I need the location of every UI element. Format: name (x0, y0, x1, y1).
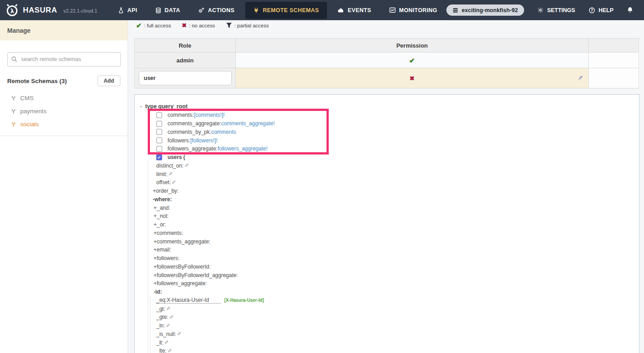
tree-row-_lt[interactable]: _lt:✎ (135, 338, 639, 347)
field-label: +followers: (154, 255, 180, 261)
tree-row-followers[interactable]: +followers: (135, 254, 639, 263)
edit-pencil-icon[interactable]: ✎ (166, 306, 170, 312)
blank-cell (589, 68, 639, 88)
tree-row-_and[interactable]: +_and: (135, 203, 639, 212)
edit-pencil-icon[interactable]: ✎ (168, 171, 172, 177)
tree-row-followersByFollowerId_aggregate[interactable]: +followersByFollowerId_aggregate: (135, 271, 639, 279)
fork-icon (11, 109, 16, 114)
top-navbar: λ HASURA v2.22.1-cloud.1 API DATA ACTION… (0, 0, 644, 20)
collapse-indicator[interactable]: - (140, 103, 142, 110)
tree-row-where[interactable]: -where: (135, 195, 639, 204)
tree-row-_gt[interactable]: _gt:✎ (135, 304, 639, 313)
nav-item-api[interactable]: API (109, 0, 146, 20)
column-header-role: Role (135, 39, 236, 53)
tree-row-followers_aggregate[interactable]: +followers_aggregate: (135, 279, 639, 288)
search-input[interactable] (7, 52, 121, 66)
tree-row-comments[interactable]: comments:[comments!]! (135, 111, 639, 119)
tree-row-offset[interactable]: offset:✎ (135, 178, 639, 187)
sidebar: Manage Remote Schemas (3) Add CMS paymen… (0, 20, 128, 353)
tree-row-distinct_on[interactable]: distinct_on:✎ (135, 162, 639, 170)
edit-pencil-icon[interactable]: ✎ (164, 340, 168, 345)
no-access-cross-icon: ✖ (410, 75, 415, 81)
field-type-ref[interactable]: [comments!]! (194, 112, 225, 118)
field-type-ref[interactable]: followers_aggregate! (217, 146, 267, 152)
field-type-ref[interactable]: [followers!]! (190, 137, 218, 144)
tree-row-email[interactable]: +email: (135, 246, 639, 254)
sidebar-divider (0, 136, 128, 136)
field-checkbox[interactable] (156, 121, 162, 127)
sidebar-item-payments[interactable]: payments (0, 105, 128, 118)
schemas-header: Remote Schemas (3) Add (7, 75, 120, 86)
field-type-ref[interactable]: comments_aggregate! (221, 120, 274, 127)
field-label: comments_aggregate: (168, 120, 221, 127)
project-badge[interactable]: exciting-monkfish-92 (446, 4, 524, 16)
field-checkbox[interactable] (156, 146, 162, 152)
tree-row-_eqXHasuraUserId[interactable]: _eq:X-Hasura-User-Id[X-Hasura-User-Id] (135, 296, 639, 305)
tree-row-_in[interactable]: _in:✎ (135, 322, 639, 330)
edit-pencil-icon[interactable]: ✎ (168, 348, 172, 353)
legend-label: : no access (189, 23, 215, 28)
tree-row-order_by[interactable]: +order_by: (135, 187, 639, 195)
field-label: followers: (168, 137, 190, 144)
nav-item-data[interactable]: DATA (146, 0, 189, 20)
edit-pencil-icon[interactable]: ✎ (172, 180, 176, 185)
tree-row-comments[interactable]: +comments: (135, 229, 639, 238)
field-checkbox[interactable] (156, 112, 162, 118)
edit-pencil-icon[interactable]: ✎ (177, 331, 181, 337)
funnel-icon (226, 22, 232, 28)
tree-row-_not[interactable]: +_not: (135, 212, 639, 221)
schemas-section-title: Remote Schemas (3) (7, 78, 67, 84)
field-checkbox[interactable] (156, 137, 162, 143)
tree-row-followersByFollowerId[interactable]: +followersByFollowerId: (135, 263, 639, 271)
tree-row-_is_null[interactable]: _is_null:✎ (135, 330, 639, 339)
tree-row-comments_aggregate[interactable]: comments_aggregate:comments_aggregate! (135, 119, 639, 128)
nav-item-events[interactable]: EVENTS (329, 0, 380, 20)
svg-text:λ: λ (10, 8, 14, 14)
role-cell-admin: admin (135, 53, 236, 68)
field-checkbox[interactable]: ✓ (156, 154, 162, 160)
nav-item-actions[interactable]: ACTIONS (189, 0, 243, 20)
field-label: +_not: (154, 213, 169, 219)
tree-row-comments_aggregate[interactable]: +comments_aggregate: (135, 237, 639, 246)
permission-cell-user[interactable]: ✖ ✎ (236, 68, 589, 88)
field-type-ref[interactable]: comments (211, 129, 236, 135)
field-label: distinct_on: (156, 163, 184, 169)
tree-row-_gte[interactable]: _gte:✎ (135, 313, 639, 322)
field-checkbox[interactable] (156, 129, 162, 135)
nav-item-remote-schemas[interactable]: REMOTE SCHEMAS (245, 2, 327, 19)
new-role-input[interactable] (139, 71, 232, 85)
permission-cell-admin[interactable]: ✔ (236, 53, 589, 68)
tree-row-limit[interactable]: limit:✎ (135, 170, 639, 178)
svg-text:?: ? (591, 9, 593, 13)
settings-button[interactable]: SETTINGS (538, 7, 575, 13)
tree-row-comments_by_pk[interactable]: comments_by_pk:comments (135, 128, 639, 137)
tree-row-_lte[interactable]: _lte:✎ (135, 347, 639, 353)
help-button[interactable]: ? HELP (589, 7, 613, 13)
sidebar-item-cms[interactable]: CMS (0, 92, 128, 105)
fork-icon (11, 122, 16, 127)
table-row-admin: admin ✔ (135, 53, 640, 68)
tree-row-_or[interactable]: +_or: (135, 221, 639, 229)
edit-pencil-icon[interactable]: ✎ (166, 323, 170, 329)
add-schema-button[interactable]: Add (97, 75, 120, 86)
notifications-button[interactable] (627, 7, 633, 13)
field-label: limit: (156, 171, 168, 177)
nav-item-monitoring[interactable]: MONITORING (380, 0, 446, 20)
edit-permission-pencil-icon[interactable]: ✎ (578, 75, 583, 81)
field-label: _eq:X-Hasura-User-Id (156, 297, 221, 304)
edit-pencil-icon[interactable]: ✎ (185, 163, 189, 168)
tree-root-type[interactable]: -type query_root (140, 103, 188, 110)
edit-pencil-icon[interactable]: ✎ (169, 314, 173, 320)
field-label: _is_null: (156, 331, 176, 337)
hasura-brand[interactable]: λ HASURA (0, 3, 62, 17)
field-label: -id: (154, 289, 162, 295)
permissions-table: Role Permission admin ✔ ✖ ✎ (134, 38, 640, 88)
tree-row-followers[interactable]: followers:[followers!]! (135, 136, 639, 145)
tree-row-id[interactable]: -id: (135, 288, 639, 296)
sidebar-item-socials[interactable]: socials (0, 118, 128, 131)
field-label: _gte: (156, 314, 168, 320)
tree-row-followers_aggregate[interactable]: followers_aggregate:followers_aggregate! (135, 145, 639, 153)
tree-row-users[interactable]: ✓users ( (135, 153, 639, 162)
legend-partial-access: : partial access (226, 22, 269, 28)
nav-label: MONITORING (399, 7, 437, 13)
